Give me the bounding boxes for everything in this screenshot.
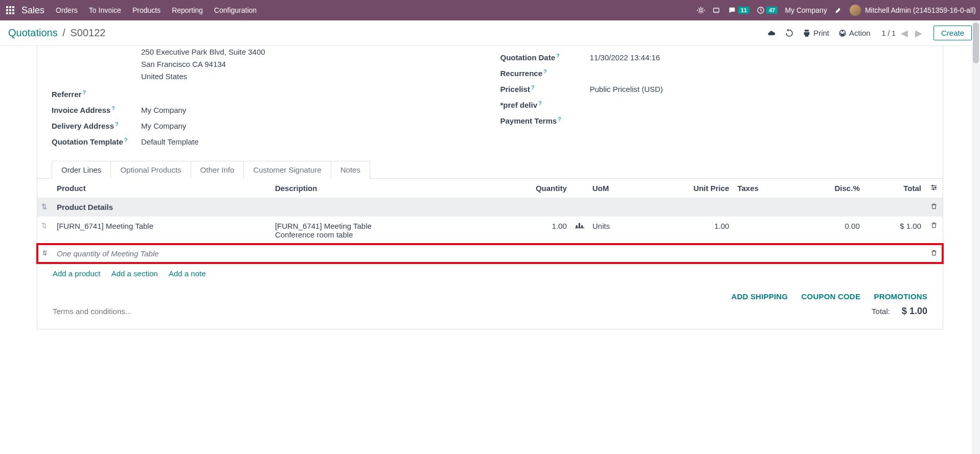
action-button[interactable]: Action [838, 29, 871, 37]
svg-rect-8 [12, 12, 14, 14]
pager-prev[interactable]: ◀ [899, 28, 910, 39]
forecast-icon[interactable] [571, 217, 588, 244]
svg-rect-0 [6, 6, 8, 8]
user-name: Mitchell Admin (21451359-16-0-all) [865, 6, 976, 14]
nav-reporting[interactable]: Reporting [172, 6, 203, 14]
add-product-link[interactable]: Add a product [53, 269, 100, 278]
delivery-address-label: Delivery Address? [52, 122, 141, 130]
tab-notes[interactable]: Notes [331, 161, 370, 179]
product-row[interactable]: ⇅ [FURN_6741] Meeting Table [FURN_6741] … [37, 217, 943, 244]
svg-rect-2 [12, 6, 14, 8]
pricelist-value[interactable]: Public Pricelist (USD) [590, 85, 663, 93]
svg-rect-4 [9, 9, 11, 11]
cell-description[interactable]: [FURN_6741] Meeting Table Conference roo… [271, 217, 489, 244]
pager-next[interactable]: ▶ [913, 28, 924, 39]
delete-icon[interactable] [925, 198, 943, 217]
svg-rect-1 [9, 6, 11, 8]
add-section-link[interactable]: Add a section [111, 269, 158, 278]
cell-qty[interactable]: 1.00 [489, 217, 571, 244]
delete-icon[interactable] [925, 217, 943, 244]
quotation-template-label: Quotation Template? [52, 137, 141, 146]
breadcrumb-root[interactable]: Quotations [8, 27, 58, 38]
nav-configuration[interactable]: Configuration [214, 6, 257, 14]
drag-handle-icon[interactable]: ⇅ [37, 217, 53, 244]
terms-input[interactable] [53, 307, 490, 316]
customer-address: 250 Executive Park Blvd, Suite 3400 San … [141, 46, 480, 83]
quotation-template-value[interactable]: Default Template [141, 137, 198, 146]
cell-total: $ 1.00 [864, 217, 925, 244]
add-line-controls: Add a product Add a section Add a note [37, 263, 943, 285]
tab-other-info[interactable]: Other Info [191, 161, 244, 179]
quotation-date-value[interactable]: 11/30/2022 13:44:16 [590, 53, 660, 62]
payment-terms-label: Payment Terms? [500, 116, 590, 125]
messages-badge: 11 [738, 7, 749, 14]
scrollbar-thumb[interactable] [973, 22, 979, 63]
col-options-icon[interactable] [925, 179, 943, 198]
svg-rect-3 [6, 9, 8, 11]
svg-rect-5 [12, 9, 14, 11]
print-button[interactable]: Print [803, 29, 829, 37]
support-icon[interactable] [712, 6, 720, 14]
total-line: Total: $ 1.00 [872, 306, 927, 317]
nav-products[interactable]: Products [132, 6, 161, 14]
discard-icon[interactable] [785, 29, 793, 37]
app-brand[interactable]: Sales [21, 5, 44, 16]
col-unit-price: Unit Price [642, 179, 733, 198]
tab-customer-signature[interactable]: Customer Signature [243, 161, 331, 179]
promotions-button[interactable]: PROMOTIONS [874, 292, 927, 301]
svg-point-13 [932, 185, 933, 186]
tab-order-lines[interactable]: Order Lines [52, 161, 111, 179]
section-title[interactable]: Product Details [53, 198, 925, 217]
cell-disc[interactable]: 0.00 [794, 217, 864, 244]
footer-actions: ADD SHIPPING COUPON CODE PROMOTIONS [37, 285, 943, 303]
debug-icon[interactable] [697, 6, 705, 14]
cloud-upload-icon[interactable] [767, 29, 776, 37]
drag-handle-icon[interactable]: ⇅ [37, 198, 53, 217]
company-switcher[interactable]: My Company [785, 6, 827, 14]
invoice-address-label: Invoice Address? [52, 106, 141, 114]
svg-rect-7 [9, 12, 11, 14]
cell-unit-price[interactable]: 1.00 [642, 217, 733, 244]
note-text[interactable]: One quantity of Meeting Table [53, 244, 925, 263]
messages-icon[interactable]: 11 [727, 6, 749, 14]
drag-handle-icon[interactable]: ⇅ [37, 244, 53, 263]
apps-icon[interactable] [4, 4, 16, 16]
delete-icon[interactable] [925, 244, 943, 263]
delivery-address-value[interactable]: My Company [141, 122, 186, 130]
form-sheet: 250 Executive Park Blvd, Suite 3400 San … [37, 46, 943, 329]
cell-uom[interactable]: Units [588, 217, 642, 244]
breadcrumb-current: S00122 [70, 27, 105, 38]
create-button[interactable]: Create [933, 26, 972, 40]
add-shipping-button[interactable]: ADD SHIPPING [731, 292, 788, 301]
col-quantity: Quantity [489, 179, 571, 198]
note-row[interactable]: ⇅ One quantity of Meeting Table [37, 244, 943, 263]
tools-icon[interactable] [834, 6, 842, 14]
top-navbar: Sales Orders To Invoice Products Reporti… [0, 0, 980, 20]
invoice-address-value[interactable]: My Company [141, 106, 186, 114]
cell-taxes[interactable] [733, 217, 794, 244]
svg-point-14 [935, 187, 936, 188]
add-note-link[interactable]: Add a note [169, 269, 206, 278]
svg-rect-10 [714, 8, 719, 12]
svg-point-15 [933, 188, 934, 189]
activities-icon[interactable]: 47 [757, 6, 778, 14]
pref-deliv-label: *pref deliv? [500, 101, 590, 109]
nav-orders[interactable]: Orders [56, 6, 78, 14]
nav-to-invoice[interactable]: To Invoice [89, 6, 121, 14]
section-row[interactable]: ⇅ Product Details [37, 198, 943, 217]
total-value: $ 1.00 [902, 306, 927, 316]
order-lines-table: Product Description Quantity UoM Unit Pr… [37, 179, 943, 263]
col-total: Total [864, 179, 925, 198]
scrollbar[interactable] [972, 20, 980, 340]
svg-point-9 [699, 9, 702, 11]
breadcrumb: Quotations / S00122 [8, 27, 105, 39]
col-taxes: Taxes [733, 179, 794, 198]
col-disc: Disc.% [794, 179, 864, 198]
user-menu[interactable]: Mitchell Admin (21451359-16-0-all) [850, 5, 976, 16]
coupon-code-button[interactable]: COUPON CODE [802, 292, 861, 301]
avatar [850, 5, 861, 16]
tab-optional-products[interactable]: Optional Products [110, 161, 191, 179]
activities-badge: 47 [766, 7, 778, 14]
col-product: Product [53, 179, 271, 198]
cell-product[interactable]: [FURN_6741] Meeting Table [53, 217, 271, 244]
